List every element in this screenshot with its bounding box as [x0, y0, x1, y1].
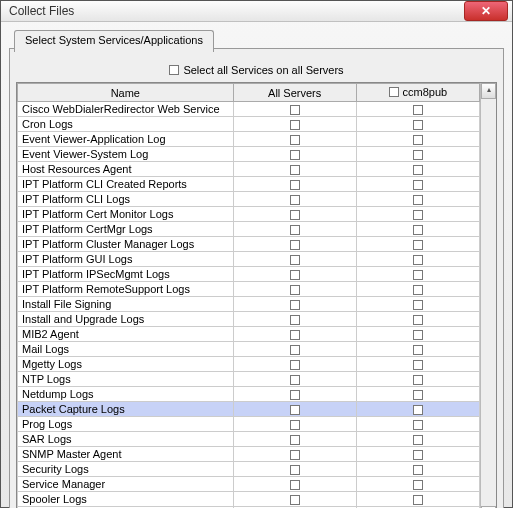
all-servers-checkbox[interactable] — [290, 480, 300, 490]
server1-checkbox[interactable] — [413, 360, 423, 370]
server1-checkbox[interactable] — [413, 450, 423, 460]
table-row[interactable]: NTP Logs — [18, 372, 480, 387]
server1-checkbox[interactable] — [413, 165, 423, 175]
all-servers-checkbox[interactable] — [290, 120, 300, 130]
scroll-up-button[interactable]: ▴ — [481, 83, 496, 99]
server1-checkbox[interactable] — [413, 495, 423, 505]
server1-checkbox[interactable] — [413, 240, 423, 250]
server1-checkbox[interactable] — [413, 120, 423, 130]
header-all-servers[interactable]: All Servers — [233, 84, 356, 102]
all-servers-checkbox[interactable] — [290, 450, 300, 460]
table-row[interactable]: MIB2 Agent — [18, 327, 480, 342]
table-row[interactable]: Security Logs — [18, 462, 480, 477]
server1-checkbox[interactable] — [413, 405, 423, 415]
all-servers-checkbox[interactable] — [290, 150, 300, 160]
server1-checkbox[interactable] — [413, 465, 423, 475]
server1-cell — [356, 402, 479, 417]
table-row[interactable]: Spooler Logs — [18, 492, 480, 507]
server1-checkbox[interactable] — [413, 300, 423, 310]
table-row[interactable]: Packet Capture Logs — [18, 402, 480, 417]
service-name-cell: NTP Logs — [18, 372, 234, 387]
all-servers-checkbox[interactable] — [290, 285, 300, 295]
all-servers-checkbox[interactable] — [290, 420, 300, 430]
table-row[interactable]: IPT Platform CLI Created Reports — [18, 177, 480, 192]
service-name-cell: IPT Platform CLI Logs — [18, 192, 234, 207]
table-row[interactable]: Cron Logs — [18, 117, 480, 132]
all-servers-checkbox[interactable] — [290, 135, 300, 145]
server1-checkbox[interactable] — [413, 255, 423, 265]
table-row[interactable]: IPT Platform IPSecMgmt Logs — [18, 267, 480, 282]
server1-cell — [356, 192, 479, 207]
all-servers-checkbox[interactable] — [290, 390, 300, 400]
select-all-checkbox[interactable] — [169, 65, 179, 75]
table-row[interactable]: Cisco WebDialerRedirector Web Service — [18, 102, 480, 117]
table-row[interactable]: IPT Platform Cluster Manager Logs — [18, 237, 480, 252]
table-row[interactable]: IPT Platform Cert Monitor Logs — [18, 207, 480, 222]
header-server1[interactable]: ccm8pub — [356, 84, 479, 102]
all-servers-checkbox[interactable] — [290, 345, 300, 355]
table-row[interactable]: Install File Signing — [18, 297, 480, 312]
all-servers-checkbox[interactable] — [290, 495, 300, 505]
tab-select-services[interactable]: Select System Services/Applications — [14, 30, 214, 52]
server1-checkbox[interactable] — [413, 180, 423, 190]
all-servers-cell — [233, 267, 356, 282]
all-servers-checkbox[interactable] — [290, 405, 300, 415]
close-button[interactable]: ✕ — [464, 1, 508, 21]
table-row[interactable]: Event Viewer-System Log — [18, 147, 480, 162]
all-servers-checkbox[interactable] — [290, 105, 300, 115]
server1-header-checkbox[interactable] — [389, 87, 399, 97]
table-row[interactable]: Host Resources Agent — [18, 162, 480, 177]
vertical-scrollbar[interactable]: ▴ ▾ — [480, 83, 496, 508]
server1-checkbox[interactable] — [413, 225, 423, 235]
all-servers-checkbox[interactable] — [290, 465, 300, 475]
server1-checkbox[interactable] — [413, 210, 423, 220]
table-row[interactable]: IPT Platform GUI Logs — [18, 252, 480, 267]
service-name-cell: Prog Logs — [18, 417, 234, 432]
table-row[interactable]: IPT Platform RemoteSupport Logs — [18, 282, 480, 297]
server1-checkbox[interactable] — [413, 330, 423, 340]
server1-checkbox[interactable] — [413, 270, 423, 280]
server1-checkbox[interactable] — [413, 480, 423, 490]
table-row[interactable]: Prog Logs — [18, 417, 480, 432]
server1-checkbox[interactable] — [413, 390, 423, 400]
header-name[interactable]: Name — [18, 84, 234, 102]
server1-checkbox[interactable] — [413, 195, 423, 205]
table-row[interactable]: IPT Platform CertMgr Logs — [18, 222, 480, 237]
all-servers-checkbox[interactable] — [290, 255, 300, 265]
all-servers-checkbox[interactable] — [290, 330, 300, 340]
server1-cell — [356, 222, 479, 237]
all-servers-checkbox[interactable] — [290, 435, 300, 445]
all-servers-checkbox[interactable] — [290, 375, 300, 385]
table-row[interactable]: SAR Logs — [18, 432, 480, 447]
table-row[interactable]: Mail Logs — [18, 342, 480, 357]
table-row[interactable]: Netdump Logs — [18, 387, 480, 402]
all-servers-checkbox[interactable] — [290, 315, 300, 325]
all-servers-checkbox[interactable] — [290, 360, 300, 370]
table-row[interactable]: Event Viewer-Application Log — [18, 132, 480, 147]
table-row[interactable]: Install and Upgrade Logs — [18, 312, 480, 327]
server1-checkbox[interactable] — [413, 435, 423, 445]
all-servers-checkbox[interactable] — [290, 225, 300, 235]
server1-checkbox[interactable] — [413, 135, 423, 145]
scroll-track[interactable] — [481, 99, 496, 506]
server1-checkbox[interactable] — [413, 105, 423, 115]
table-row[interactable]: SNMP Master Agent — [18, 447, 480, 462]
server1-checkbox[interactable] — [413, 345, 423, 355]
all-servers-checkbox[interactable] — [290, 270, 300, 280]
table-row[interactable]: IPT Platform CLI Logs — [18, 192, 480, 207]
all-servers-checkbox[interactable] — [290, 240, 300, 250]
all-servers-checkbox[interactable] — [290, 165, 300, 175]
server1-checkbox[interactable] — [413, 315, 423, 325]
all-servers-checkbox[interactable] — [290, 195, 300, 205]
server1-checkbox[interactable] — [413, 375, 423, 385]
all-servers-checkbox[interactable] — [290, 300, 300, 310]
service-name-cell: Host Resources Agent — [18, 162, 234, 177]
server1-checkbox[interactable] — [413, 285, 423, 295]
all-servers-cell — [233, 372, 356, 387]
table-row[interactable]: Mgetty Logs — [18, 357, 480, 372]
server1-checkbox[interactable] — [413, 150, 423, 160]
table-row[interactable]: Service Manager — [18, 477, 480, 492]
all-servers-checkbox[interactable] — [290, 180, 300, 190]
all-servers-checkbox[interactable] — [290, 210, 300, 220]
server1-checkbox[interactable] — [413, 420, 423, 430]
